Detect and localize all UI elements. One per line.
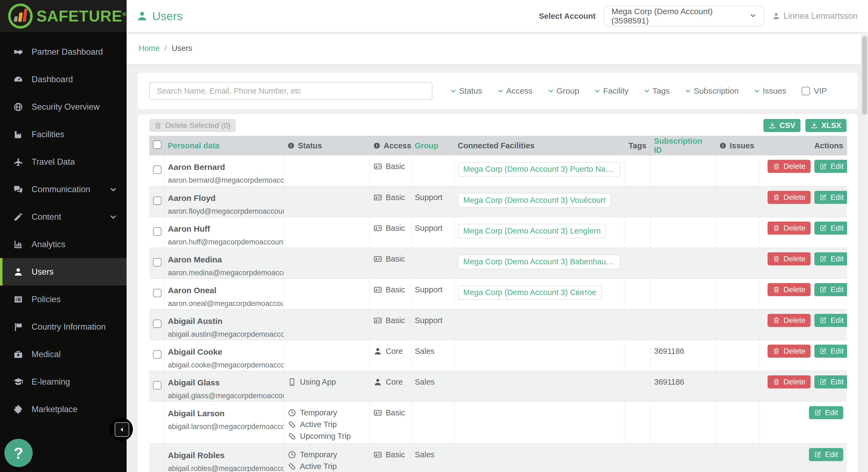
group-cell — [411, 248, 454, 279]
sidebar-item-marketplace[interactable]: Marketplace — [0, 396, 127, 423]
edit-button[interactable]: Edit — [814, 314, 847, 327]
filter-facility[interactable]: Facility — [594, 86, 628, 96]
trash-icon — [773, 255, 780, 262]
page-scrollbar[interactable] — [861, 32, 868, 472]
help-button[interactable]: ? — [4, 439, 33, 467]
ticket-icon — [288, 432, 296, 440]
sidebar-item-partner-dashboard[interactable]: Partner Dashboard — [0, 38, 127, 66]
filter-access[interactable]: Access — [497, 86, 533, 96]
facility-chip[interactable]: Mega Corp (Demo Account 3) Puerto Natale… — [458, 162, 620, 177]
sidebar-item-label: Facilities — [32, 130, 65, 139]
edit-button[interactable]: Edit — [814, 345, 847, 358]
facility-chip[interactable]: Mega Corp (Demo Account 3) Vouécourt — [458, 193, 611, 208]
brand-logo: SAFETURE® — [0, 0, 127, 32]
row-checkbox[interactable] — [153, 320, 161, 328]
column-header-label: Group — [415, 141, 438, 150]
row-checkbox[interactable] — [153, 165, 161, 174]
filter-subscription[interactable]: Subscription — [685, 86, 739, 96]
sidebar-item-label: Partner Dashboard — [32, 47, 103, 57]
delete-button[interactable]: Delete — [768, 252, 811, 265]
scrollbar-thumb[interactable] — [862, 36, 867, 115]
personal-data-cell: Aaron Bernardaaron.bernard@megacorpdemoa… — [164, 155, 284, 186]
account-select[interactable]: Mega Corp (Demo Account) (3598591) — [604, 6, 764, 26]
delete-button[interactable]: Delete — [768, 191, 811, 204]
table-row: Abigail Larsonabigail.larson@megacorpdem… — [149, 402, 847, 443]
delete-button[interactable]: Delete — [768, 283, 811, 296]
access-cell: Basic — [369, 248, 411, 279]
vip-checkbox[interactable] — [802, 87, 810, 95]
export-csv-button[interactable]: CSV — [764, 119, 801, 132]
export-xlsx-button[interactable]: XLSX — [805, 119, 846, 132]
edit-button[interactable]: Edit — [814, 375, 847, 388]
edit-icon — [819, 286, 827, 293]
facility-chip[interactable]: Mega Corp (Demo Account 3) Lenglern — [458, 224, 606, 239]
edit-button[interactable]: Edit — [814, 191, 847, 204]
id-card-icon — [374, 255, 382, 263]
edit-button[interactable]: Edit — [814, 252, 847, 265]
user-name: Abigail Robles — [168, 451, 280, 460]
filter-group[interactable]: Group — [548, 86, 579, 96]
connected-facilities-cell — [454, 309, 624, 340]
table-row: Aaron Floydaaron.floyd@megacorpdemoaccou… — [149, 186, 847, 217]
row-checkbox[interactable] — [153, 196, 161, 205]
delete-button[interactable]: Delete — [768, 375, 811, 388]
issues-cell — [716, 309, 760, 340]
filter-issues[interactable]: Issues — [754, 86, 786, 96]
pencil-icon — [12, 212, 25, 222]
current-user[interactable]: Linnea Lennartsson — [772, 11, 858, 21]
list-icon — [12, 294, 25, 304]
personal-data-cell: Abigail Austinabigail.austin@megacorpdem… — [164, 309, 284, 340]
delete-button[interactable]: Delete — [768, 314, 811, 327]
edit-button[interactable]: Edit — [814, 283, 847, 296]
filter-tags[interactable]: Tags — [644, 86, 670, 96]
sidebar-item-communication[interactable]: Communication — [0, 176, 127, 203]
sidebar-collapse-button[interactable] — [115, 422, 129, 437]
row-checkbox[interactable] — [153, 258, 161, 266]
actions-cell: Edit — [760, 402, 847, 443]
sidebar-nav: Partner DashboardDashboardSecurity Overv… — [0, 38, 127, 423]
sidebar-item-security-overview[interactable]: Security Overview — [0, 93, 127, 121]
actions-cell: Edit — [760, 443, 847, 472]
sidebar-item-travel-data[interactable]: Travel Data — [0, 148, 127, 176]
sidebar-item-medical[interactable]: Medical — [0, 341, 127, 368]
sidebar-item-country-information[interactable]: Country Information — [0, 313, 127, 341]
facility-chip[interactable]: Mega Corp (Demo Account 3) Babenhausen — [458, 254, 620, 269]
connected-facilities-cell — [454, 340, 624, 371]
sidebar-item-dashboard[interactable]: Dashboard — [0, 66, 127, 93]
personal-data-cell: Aaron Floydaaron.floyd@megacorpdemoaccou… — [164, 186, 284, 217]
status-cell — [284, 248, 369, 279]
row-select-cell — [149, 155, 164, 186]
sidebar-item-content[interactable]: Content — [0, 203, 127, 230]
edit-button[interactable]: Edit — [814, 222, 847, 234]
sidebar-item-analytics[interactable]: Analytics — [0, 230, 127, 258]
sidebar-item-facilities[interactable]: Facilities — [0, 121, 127, 148]
actions-cell: DeleteEdit — [760, 340, 847, 371]
column-header-group[interactable]: Group — [411, 136, 454, 155]
row-checkbox[interactable] — [153, 381, 161, 389]
row-checkbox[interactable] — [153, 227, 161, 236]
user-email: abigail.robles@megacorpdemoaccount.es — [168, 464, 280, 472]
column-header-subscription-id[interactable]: Subscription ID — [650, 136, 716, 155]
row-checkbox[interactable] — [153, 350, 161, 359]
sidebar-item-users[interactable]: Users — [0, 258, 127, 286]
edit-button[interactable]: Edit — [814, 160, 847, 173]
facility-chip[interactable]: Mega Corp (Demo Account 3) Святое — [458, 285, 602, 300]
row-checkbox[interactable] — [153, 289, 161, 297]
delete-selected-button[interactable]: Delete Selected (0) — [149, 119, 236, 132]
delete-button[interactable]: Delete — [768, 160, 811, 173]
select-all-checkbox[interactable] — [153, 140, 161, 149]
delete-button[interactable]: Delete — [768, 345, 811, 358]
access-level-label: Core — [386, 347, 403, 356]
sidebar-item-policies[interactable]: Policies — [0, 286, 127, 313]
breadcrumb-home-link[interactable]: Home — [138, 44, 160, 53]
access-level-label: Basic — [386, 408, 405, 417]
sidebar-item-e-learning[interactable]: E-learning — [0, 368, 127, 396]
column-header-personal-data[interactable]: Personal data — [164, 136, 284, 155]
search-input[interactable] — [149, 82, 432, 100]
actions-cell: DeleteEdit — [760, 279, 847, 309]
delete-button[interactable]: Delete — [768, 222, 811, 234]
edit-button[interactable]: Edit — [809, 448, 843, 461]
edit-button[interactable]: Edit — [809, 406, 843, 419]
content: StatusAccessGroupFacilityTagsSubscriptio… — [127, 64, 868, 472]
filter-status[interactable]: Status — [450, 86, 482, 96]
